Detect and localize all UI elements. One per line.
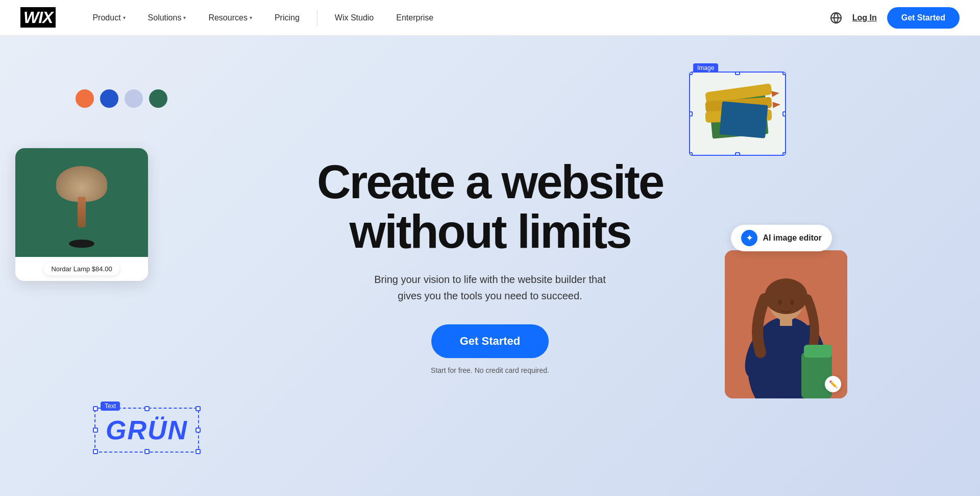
hero-title-line1: Create a website <box>317 156 663 208</box>
resize-handle-mr[interactable] <box>195 428 201 433</box>
nav-wix-studio-label: Wix Studio <box>335 13 374 22</box>
ai-pill-text: AI image editor <box>763 233 822 243</box>
resize-handle-bm[interactable] <box>735 152 740 156</box>
woman-background <box>725 250 847 398</box>
svg-marker-7 <box>771 90 780 97</box>
hero-note: Start for free. No credit card required. <box>317 366 663 374</box>
color-dot-blue <box>100 89 118 108</box>
resize-handle-ml[interactable] <box>93 428 98 433</box>
color-dot-light-blue <box>125 89 143 108</box>
resize-handle-tl[interactable] <box>689 72 693 75</box>
color-dot-green <box>149 89 167 108</box>
chevron-down-icon: ▾ <box>250 15 252 20</box>
nav-resources-label: Resources <box>208 13 247 22</box>
resize-handle-tr[interactable] <box>195 406 201 411</box>
grun-text-element: Text GRÜN <box>94 408 199 453</box>
nav-item-resources[interactable]: Resources ▾ <box>197 0 263 36</box>
svg-marker-8 <box>773 102 781 108</box>
pencil-stack-illustration <box>690 73 786 156</box>
resize-handle-ml[interactable] <box>689 111 693 116</box>
lamp-background <box>15 148 148 257</box>
nav-get-started-button[interactable]: Get Started <box>887 7 960 29</box>
resize-handle-br[interactable] <box>195 449 201 454</box>
ai-image-editor-pill[interactable]: ✦ AI image editor <box>731 225 832 251</box>
lamp-product-label: Nordar Lamp $84.00 <box>15 257 148 281</box>
lamp-stem <box>78 197 86 227</box>
grun-container: Text GRÜN <box>94 408 199 453</box>
nav-item-wix-studio[interactable]: Wix Studio <box>324 0 385 36</box>
svg-point-17 <box>790 300 794 305</box>
nav-item-pricing[interactable]: Pricing <box>263 0 311 36</box>
woman-photo-decoration: ✏️ <box>725 250 847 398</box>
resize-handle-br[interactable] <box>782 152 786 156</box>
svg-rect-6 <box>719 101 768 138</box>
svg-point-15 <box>765 278 807 314</box>
color-palette-decoration <box>76 89 167 108</box>
nav-product-label: Product <box>92 13 120 22</box>
resize-handle-tr[interactable] <box>782 72 786 75</box>
lamp-product-card: Nordar Lamp $84.00 <box>15 148 148 281</box>
resize-handle-bm[interactable] <box>144 449 150 454</box>
resize-handle-bl[interactable] <box>93 449 98 454</box>
resize-handle-bl[interactable] <box>689 152 693 156</box>
login-link[interactable]: Log In <box>852 13 877 22</box>
nav-pricing-label: Pricing <box>275 13 300 22</box>
resize-handle-tm[interactable] <box>735 72 740 75</box>
navigation: WIX Product ▾ Solutions ▾ Resources ▾ Pr… <box>0 0 980 36</box>
nav-enterprise-label: Enterprise <box>396 13 433 22</box>
lamp-base <box>69 240 94 248</box>
chevron-down-icon: ▾ <box>123 15 126 20</box>
resize-handle-mr[interactable] <box>782 111 786 116</box>
nav-solutions-label: Solutions <box>148 13 182 22</box>
text-element-label: Text <box>101 401 120 411</box>
nav-links: Product ▾ Solutions ▾ Resources ▾ Pricin… <box>81 0 829 36</box>
woman-illustration <box>725 250 847 398</box>
edit-pencil-icon[interactable]: ✏️ <box>825 376 841 392</box>
hero-subtitle: Bring your vision to life with the websi… <box>317 271 663 304</box>
resize-handle-tl[interactable] <box>93 406 98 411</box>
lamp-price-label: Nordar Lamp $84.00 <box>44 263 119 275</box>
hero-section: Nordar Lamp $84.00 Text GRÜN Create a we… <box>0 36 980 496</box>
svg-rect-19 <box>804 345 832 358</box>
color-dot-orange <box>76 89 94 108</box>
chevron-down-icon: ▾ <box>183 15 186 20</box>
hero-cta-button[interactable]: Get Started <box>431 324 549 358</box>
globe-icon[interactable] <box>830 12 842 24</box>
nav-item-solutions[interactable]: Solutions ▾ <box>137 0 198 36</box>
nav-item-product[interactable]: Product ▾ <box>81 0 136 36</box>
nav-item-enterprise[interactable]: Enterprise <box>385 0 445 36</box>
hero-title: Create a website without limits <box>317 157 663 256</box>
svg-rect-18 <box>801 352 832 398</box>
ai-icon: ✦ <box>741 230 757 246</box>
image-box-frame <box>689 72 786 156</box>
hero-title-line2: without limits <box>350 205 631 257</box>
wix-logo[interactable]: WIX <box>20 8 56 27</box>
svg-point-16 <box>778 300 782 305</box>
image-element-decoration: Image <box>689 72 786 156</box>
hero-content: Create a website without limits Bring yo… <box>317 157 663 374</box>
nav-right: Log In Get Started <box>830 7 960 29</box>
nav-divider <box>317 10 317 26</box>
grun-text-content: GRÜN <box>106 415 188 445</box>
resize-handle-tm[interactable] <box>144 406 150 411</box>
